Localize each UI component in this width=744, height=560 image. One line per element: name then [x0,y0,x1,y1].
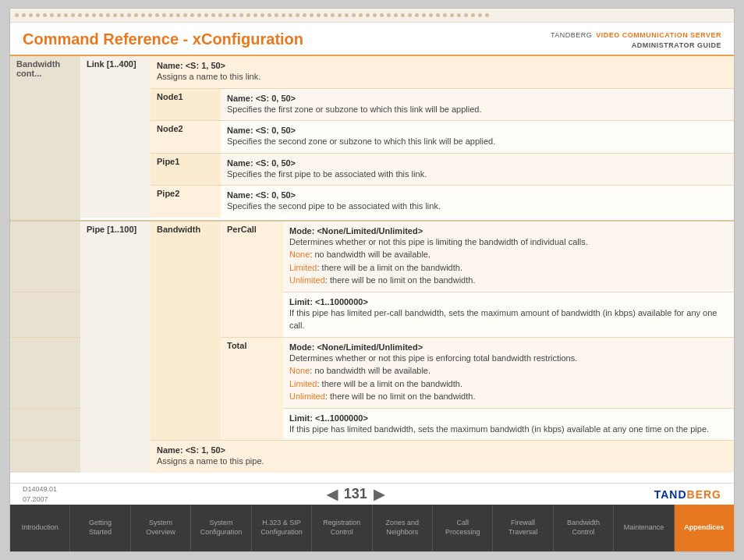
subsection-pipe: Pipe [1..100] [80,221,151,473]
guide-label: ADMINISTRATOR GUIDE [551,41,721,51]
page-number: 131 [344,486,367,502]
tab-firewall-traversal[interactable]: FirewallTraversal [493,505,553,551]
section-empty [10,221,80,292]
page-title: Command Reference - xConfiguration [23,30,303,48]
param-node2: Node2 [151,121,221,154]
product-name: VIDEO COMMUNICATION SERVER [596,31,721,39]
page-header: Command Reference - xConfiguration TANDB… [10,23,734,56]
main-content: Bandwidth cont... Link [1..400] Name: <S… [10,56,734,473]
tab-system-overview[interactable]: SystemOverview [131,505,191,551]
pipe1-desc: Name: <S: 0, 50> Specifies the first pip… [221,153,734,186]
percall-mode-desc: Mode: <None/Limited/Unlimited> Determine… [283,221,734,292]
percall-limit-desc: Limit: <1..1000000> If this pipe has lim… [283,292,734,337]
tab-maintenance[interactable]: Maintenance [614,505,674,551]
reference-table: Bandwidth cont... Link [1..400] Name: <S… [10,56,734,473]
node2-desc: Name: <S: 0, 50> Specifies the second zo… [221,121,734,154]
tab-appendices[interactable]: Appendices [675,505,734,551]
tab-h323-sip[interactable]: H.323 & SIPConfiguration [252,505,312,551]
company-name: TANDBERG [551,31,592,39]
link-name-desc: Name: <S: 1, 50> Assigns a name to this … [151,56,283,88]
param-pipe2: Pipe2 [151,186,221,218]
tab-call-processing[interactable]: CallProcessing [433,505,493,551]
pipe2-desc: Name: <S: 0, 50> Specifies the second pi… [221,186,734,218]
page-navigation: ◀ 131 ▶ [327,486,384,503]
node1-desc: Name: <S: 0, 50> Specifies the first zon… [221,88,734,121]
subparam-total: Total [221,337,283,441]
tab-zones-neighbors[interactable]: Zones andNeighbors [373,505,433,551]
top-strip [10,9,734,23]
next-page-arrow[interactable]: ▶ [374,486,384,503]
tab-getting-started[interactable]: GettingStarted [70,505,130,551]
doc-info: D14049.01 07.2007 [23,484,57,504]
total-limit-desc: Limit: <1..1000000> If this pipe has lim… [283,408,734,441]
param-node1: Node1 [151,88,221,121]
tab-introduction[interactable]: Introduction [10,505,70,551]
total-mode-desc: Mode: <None/Limited/Unlimited> Determine… [283,337,734,408]
bottom-navigation[interactable]: Introduction GettingStarted SystemOvervi… [10,505,734,551]
tab-registration-control[interactable]: RegistrationControl [312,505,372,551]
decorative-dots [15,13,489,17]
param-pipe1: Pipe1 [151,153,221,186]
section-label: Bandwidth cont... [10,56,80,221]
param-bandwidth: Bandwidth [151,221,221,441]
subsection-link: Link [1..400] [80,56,151,218]
brand-logo: TANDBERG [654,488,721,501]
pipe-name-desc: Name: <S: 1, 50> Assigns a name to this … [151,441,734,473]
table-row: Bandwidth cont... Link [1..400] Name: <S… [10,56,734,88]
header-branding: TANDBERG VIDEO COMMUNICATION SERVER ADMI… [551,30,721,50]
page-footer: D14049.01 07.2007 ◀ 131 ▶ TANDBERG [10,483,734,505]
subparam-percall: PerCall [221,221,283,338]
prev-page-arrow[interactable]: ◀ [327,486,338,503]
table-row: Pipe [1..100] Bandwidth PerCall Mode: <N… [10,221,734,292]
tab-bandwidth-control[interactable]: BandwidthControl [554,505,614,551]
tab-system-configuration[interactable]: SystemConfiguration [191,505,251,551]
